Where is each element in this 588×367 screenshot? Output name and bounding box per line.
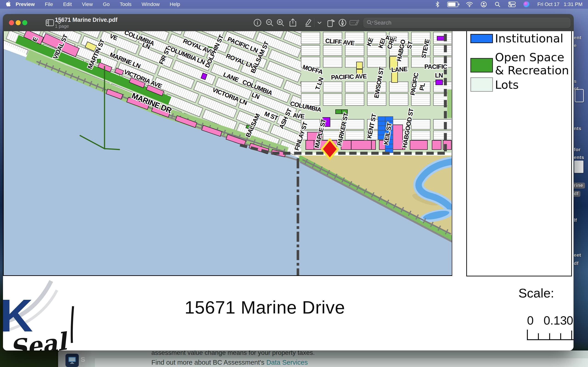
- street-label: PACIFIC: [424, 63, 447, 70]
- browser-find-out-text: Find out more about BC Assessment's: [151, 359, 266, 366]
- scale-tick-label: 0: [527, 314, 534, 327]
- control-center-icon[interactable]: [508, 2, 516, 7]
- apple-menu-icon[interactable]: [6, 1, 10, 8]
- search-field-icon: [367, 20, 373, 26]
- markup-button[interactable]: [337, 18, 347, 28]
- desktop-label-fragment: for: [574, 147, 581, 152]
- scale-tick-label: 0.13: [544, 314, 567, 327]
- street-label: PL: [418, 82, 426, 91]
- menu-item-window[interactable]: Window: [137, 1, 165, 7]
- desktop-label-fragment: nts: [574, 126, 581, 131]
- menu-item-preview[interactable]: Preview: [10, 1, 40, 7]
- street-label: LANE: [391, 66, 407, 73]
- document-title-text: 15671 Marine Drive.pdf: [55, 17, 117, 23]
- scale-bar: [524, 329, 573, 341]
- menu-item-help[interactable]: Help: [165, 1, 185, 7]
- search-input[interactable]: [373, 19, 558, 26]
- street-label: LN: [435, 72, 443, 79]
- menu-item-file[interactable]: File: [40, 1, 58, 7]
- form-fill-button[interactable]: [349, 18, 359, 28]
- legend-swatch: [470, 58, 493, 73]
- desktop-label-fragment: e: [574, 43, 577, 48]
- map-legend: InstitutionalOpen Space& RecreationLots: [466, 31, 572, 276]
- zoom-window-button[interactable]: [22, 20, 27, 25]
- browser-text-line: assessment value change means for your p…: [151, 350, 315, 357]
- menu-bar: PreviewFileEditViewGoToolsWindowHelp Fri…: [0, 0, 588, 9]
- desktop-label-fragment: df: [572, 191, 580, 197]
- wifi-icon[interactable]: [466, 2, 473, 7]
- desktop-label-fragment: eet: [574, 252, 581, 258]
- street-label: PACIFIC AVE: [331, 73, 367, 81]
- close-button[interactable]: [9, 20, 14, 25]
- search-icon[interactable]: [494, 1, 501, 7]
- user-icon[interactable]: [481, 1, 487, 7]
- legend-label: Institutional: [495, 32, 563, 45]
- zoom-out-button[interactable]: [265, 18, 275, 28]
- app-monitor-icon[interactable]: [65, 354, 79, 367]
- pdf-page[interactable]: VECOLUMBIALNROYAL AVECOLUMBIA LNPACIFIC …: [3, 31, 573, 350]
- document-title: 15671 Marine Drive.pdf 1 page: [55, 17, 117, 29]
- browser-title-fragment: S: [81, 356, 85, 363]
- zoning-map[interactable]: VECOLUMBIALNROYAL AVECOLUMBIA LNPACIFIC …: [3, 31, 453, 276]
- scale-tick-label: 0.2: [567, 314, 573, 327]
- highlight-button[interactable]: [303, 18, 313, 28]
- desktop-file-icon[interactable]: [575, 89, 584, 102]
- legend-swatch: [470, 34, 493, 43]
- logo: K Seal: [3, 276, 81, 350]
- legend-label: Lots: [495, 78, 519, 92]
- map-title: 15671 Marine Drive: [109, 297, 421, 318]
- preview-window: 15671 Marine Drive.pdf 1 page: [3, 14, 573, 350]
- search-field[interactable]: [363, 18, 570, 27]
- scale-label: Scale:: [519, 286, 554, 300]
- share-button[interactable]: [288, 18, 298, 28]
- legend-label: Open Space& Recreation: [495, 51, 569, 77]
- rotate-button[interactable]: [326, 18, 336, 28]
- menu-item-view[interactable]: View: [77, 1, 98, 7]
- menu-item-edit[interactable]: Edit: [58, 1, 77, 7]
- highlight-chevron-down-icon[interactable]: [316, 18, 323, 28]
- street-label: AVE: [292, 112, 304, 120]
- legend-swatch: [470, 77, 493, 92]
- document-page-count: 1 page: [55, 24, 117, 29]
- desktop-label-fragment: df: [574, 261, 579, 266]
- battery-icon[interactable]: [447, 2, 458, 7]
- desktop-label-fragment: lf: [574, 217, 577, 223]
- desktop-label-fragment: rine: [572, 183, 585, 189]
- toolbar-divider: [314, 18, 314, 27]
- menu-item-go[interactable]: Go: [98, 1, 115, 7]
- data-services-link[interactable]: Data Services: [266, 359, 308, 366]
- zoom-in-button[interactable]: [275, 18, 285, 28]
- menu-item-tools[interactable]: Tools: [115, 1, 137, 7]
- minimize-button[interactable]: [16, 20, 21, 25]
- sidebar-button[interactable]: [45, 18, 55, 28]
- window-title-bar[interactable]: 15671 Marine Drive.pdf 1 page: [3, 14, 573, 31]
- desktop-label-fragment: ent: [574, 35, 581, 40]
- siri-icon[interactable]: [523, 1, 529, 7]
- menu-bar-clock[interactable]: Fri Oct 171:31 PM: [537, 1, 582, 7]
- desktop-label-fragment: s: [574, 78, 577, 84]
- background-browser-window[interactable]: S assessment value change means for your…: [58, 350, 588, 367]
- bluetooth-icon[interactable]: [435, 1, 439, 7]
- desktop-label-fragment: ents: [574, 155, 584, 160]
- pdf-footer: K Seal 15671 Marine Drive Scale: 00.130.…: [3, 276, 573, 350]
- browser-text-area: Find out more about BC Assessment's Data…: [95, 358, 588, 367]
- desktop-document-icon[interactable]: [574, 161, 583, 173]
- info-button[interactable]: [252, 18, 262, 28]
